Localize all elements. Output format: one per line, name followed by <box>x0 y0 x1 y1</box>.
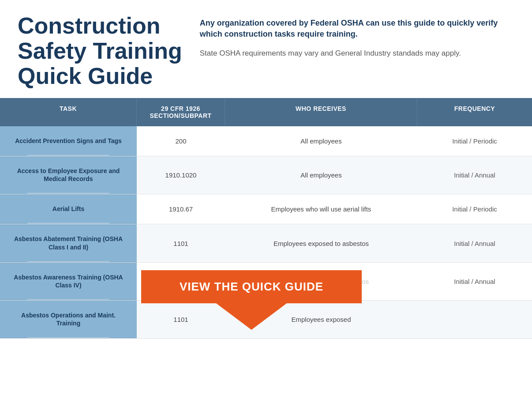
who-cell: All employees <box>225 156 417 194</box>
table-row: Accident Prevention Signs and Tags 200 A… <box>0 126 532 156</box>
cta-button[interactable]: VIEW THE QUICK GUIDE <box>141 270 362 303</box>
freq-cell <box>417 301 532 338</box>
main-title: Construction Safety Training Quick Guide <box>18 13 182 89</box>
table-row: Access to Employee Exposure and Medical … <box>0 156 532 194</box>
table-row: Aerial Lifts 1910.67 Employees who will … <box>0 194 532 224</box>
section-cell: 200 <box>137 126 225 156</box>
cta-overlay[interactable]: VIEW THE QUICK GUIDE <box>141 270 362 330</box>
col-task: TASK <box>0 98 137 126</box>
section-cell: 1910.1020 <box>137 156 225 194</box>
task-label: Asbestos Operations and Maint. Training <box>9 311 128 327</box>
table-header: TASK 29 CFR 1926 SECTION/SUBPART WHO REC… <box>0 98 532 126</box>
task-cell: Access to Employee Exposure and Medical … <box>0 156 137 194</box>
cta-label: VIEW THE QUICK GUIDE <box>180 280 323 293</box>
task-label: Asbestos Awareness Training (OSHA Class … <box>9 273 128 289</box>
task-label: Accident Prevention Signs and Tags <box>15 137 122 145</box>
section-cell: 1101 <box>137 224 225 262</box>
freq-cell: Initial / Periodic <box>417 194 532 224</box>
task-cell: Asbestos Abatement Training (OSHA Class … <box>0 224 137 262</box>
section-cell: 1910.67 <box>137 194 225 224</box>
table-row: Asbestos Abatement Training (OSHA Class … <box>0 224 532 262</box>
task-label: Asbestos Abatement Training (OSHA Class … <box>9 235 128 251</box>
freq-cell: Initial / Annual <box>417 263 532 300</box>
title-block: Construction Safety Training Quick Guide <box>18 13 182 89</box>
table-container: TASK 29 CFR 1926 SECTION/SUBPART WHO REC… <box>0 98 532 339</box>
col-who: WHO RECEIVES <box>225 98 417 126</box>
col-frequency: FREQUENCY <box>417 98 532 126</box>
freq-cell: Initial / Annual <box>417 156 532 194</box>
task-label: Access to Employee Exposure and Medical … <box>9 167 128 183</box>
header-section: Construction Safety Training Quick Guide… <box>0 0 532 98</box>
who-cell: Employees who will use aerial lifts <box>225 194 417 224</box>
task-cell: Asbestos Operations and Maint. Training <box>0 301 137 338</box>
freq-cell: Initial / Annual <box>417 224 532 262</box>
freq-cell: Initial / Periodic <box>417 126 532 156</box>
description-bold: Any organization covered by Federal OSHA… <box>200 18 514 40</box>
cta-arrow <box>216 303 287 330</box>
task-label: Aerial Lifts <box>52 205 84 213</box>
who-cell: Employees exposed to asbestos <box>225 224 417 262</box>
description-block: Any organization covered by Federal OSHA… <box>200 13 514 59</box>
task-cell: Accident Prevention Signs and Tags <box>0 126 137 156</box>
task-cell: Asbestos Awareness Training (OSHA Class … <box>0 263 137 300</box>
col-section: 29 CFR 1926 SECTION/SUBPART <box>137 98 225 126</box>
description-normal: State OSHA requirements may vary and Gen… <box>200 48 514 59</box>
who-cell: All employees <box>225 126 417 156</box>
task-cell: Aerial Lifts <box>0 194 137 224</box>
